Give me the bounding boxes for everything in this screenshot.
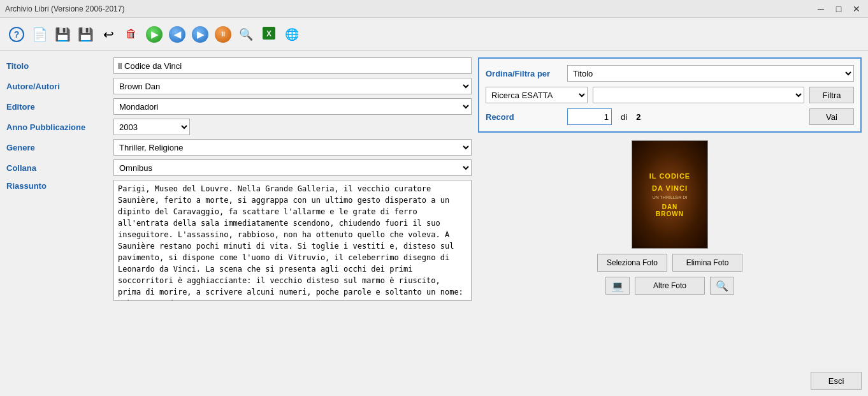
web-button[interactable]: 🌐 (282, 24, 302, 45)
record-label: Record (486, 112, 562, 122)
title-bar: Archivio Libri (Versione 2006-2017) ─ □ … (0, 0, 868, 18)
nav-first-icon: ▶ (146, 26, 163, 43)
record-input[interactable] (567, 108, 612, 125)
nav-first-button[interactable]: ▶ (144, 24, 164, 45)
nav-next-button[interactable]: ▶ (190, 24, 210, 45)
genere-label: Genere (6, 143, 108, 152)
globe-icon: 🌐 (285, 27, 299, 41)
help-icon: ? (9, 27, 24, 42)
nav-prev-icon: ◀ (169, 26, 185, 43)
window-title: Archivio Libri (Versione 2006-2017) (5, 4, 124, 13)
autore-label: Autore/Autori (6, 82, 108, 91)
new-button[interactable]: 📄 (29, 24, 50, 45)
vai-button[interactable]: Vai (809, 108, 854, 125)
save-button[interactable]: 💾 (52, 24, 73, 45)
minimize-button[interactable]: ─ (814, 3, 827, 15)
elimina-foto-button[interactable]: Elimina Foto (672, 254, 742, 272)
photo-left-button[interactable]: 💻 (605, 277, 630, 295)
collana-label: Collana (6, 163, 108, 173)
anno-select[interactable]: 2003 (113, 119, 190, 135)
photo-area: IL CODICE DA VINCI UN THRILLER DI DAN BR… (478, 140, 862, 295)
riassunto-textarea[interactable]: Parigi, Museo del Louvre. <span class="h… (113, 180, 472, 301)
left-panel: Titolo Autore/Autori Brown Dan Editore M… (6, 57, 472, 390)
export-button[interactable]: X (259, 24, 279, 45)
autore-row: Autore/Autori Brown Dan (6, 78, 472, 94)
anno-row: Anno Pubblicazione 2003 (6, 119, 472, 135)
autore-select[interactable]: Brown Dan (113, 78, 472, 94)
anno-label: Anno Pubblicazione (6, 122, 108, 132)
nav-next-icon: ▶ (192, 26, 208, 43)
ordina-label: Ordina/Filtra per (486, 69, 562, 78)
seleziona-foto-button[interactable]: Seleziona Foto (597, 254, 667, 272)
window-controls: ─ □ ✕ (814, 3, 863, 15)
editore-row: Editore Mondadori (6, 98, 472, 115)
delete-button[interactable]: 🗑 (121, 24, 141, 45)
editore-label: Editore (6, 102, 108, 112)
photo-left-icon: 💻 (611, 280, 624, 292)
photo-search-button[interactable]: 🔍 (710, 277, 734, 295)
collana-row: Collana Omnibus (6, 159, 472, 176)
toolbar: ? 📄 💾 💾 ↩ 🗑 ▶ ◀ ▶ ⏸ 🔍 X 🌐 (0, 18, 868, 51)
save2-icon: 💾 (78, 27, 94, 42)
altre-foto-button[interactable]: Altre Foto (635, 277, 705, 295)
riassunto-wrapper: Riassunto Parigi, Museo del Louvre. <spa… (6, 180, 472, 390)
cover-subtitle: UN THRILLER DI (653, 195, 688, 200)
genere-row: Genere Thriller, Religione (6, 139, 472, 156)
genere-select[interactable]: Thriller, Religione (113, 139, 472, 156)
export-icon: X (261, 26, 277, 43)
nav-last-icon: ⏸ (215, 26, 231, 43)
photo-buttons-row1: Seleziona Foto Elimina Foto (597, 254, 742, 272)
ricerca-row: Ricerca ESATTA Filtra (486, 87, 854, 103)
main-content: Titolo Autore/Autori Brown Dan Editore M… (0, 51, 868, 396)
search-toolbar-button[interactable]: 🔍 (236, 24, 256, 45)
cover-title-line2: DA VINCI (652, 184, 688, 193)
cover-author-line2: BROWN (656, 210, 684, 217)
undo-icon: ↩ (103, 27, 114, 42)
filter-box: Ordina/Filtra per Titolo Autore Anno Ric… (478, 57, 862, 133)
esci-button[interactable]: Esci (811, 372, 862, 390)
save2-button[interactable]: 💾 (75, 24, 96, 45)
undo-button[interactable]: ↩ (98, 24, 119, 45)
riassunto-label: Riassunto (6, 180, 108, 390)
cover-title-line1: IL CODICE (649, 172, 690, 180)
titolo-input[interactable] (113, 57, 472, 74)
nav-last-button[interactable]: ⏸ (213, 24, 233, 45)
footer-area: Esci (478, 365, 862, 390)
maximize-button[interactable]: □ (832, 3, 845, 15)
ricerca-value-select[interactable] (593, 87, 804, 103)
ordina-row: Ordina/Filtra per Titolo Autore Anno (486, 65, 854, 82)
close-button[interactable]: ✕ (850, 3, 863, 15)
ordina-select[interactable]: Titolo Autore Anno (567, 65, 854, 82)
di-label: di (621, 112, 627, 122)
photo-search-icon: 🔍 (716, 280, 728, 292)
search-toolbar-icon: 🔍 (239, 27, 253, 41)
help-button[interactable]: ? (6, 24, 27, 45)
new-icon: 📄 (32, 27, 48, 42)
record-row: Record di 2 Vai (486, 108, 854, 125)
collana-select[interactable]: Omnibus (113, 159, 472, 176)
photo-buttons-row2: 💻 Altre Foto 🔍 (605, 277, 734, 295)
svg-text:X: X (266, 29, 271, 38)
cover-author-line1: DAN (662, 203, 678, 210)
total-count: 2 (636, 112, 640, 122)
nav-prev-button[interactable]: ◀ (167, 24, 187, 45)
titolo-label: Titolo (6, 61, 108, 71)
save-icon: 💾 (55, 27, 71, 42)
filtra-button[interactable]: Filtra (809, 87, 854, 103)
trash-icon: 🗑 (126, 27, 137, 41)
titolo-row: Titolo (6, 57, 472, 74)
ricerca-type-select[interactable]: Ricerca ESATTA (486, 87, 588, 103)
book-cover-image: IL CODICE DA VINCI UN THRILLER DI DAN BR… (632, 140, 708, 249)
editore-select[interactable]: Mondadori (113, 98, 472, 115)
right-panel: Ordina/Filtra per Titolo Autore Anno Ric… (478, 57, 862, 390)
